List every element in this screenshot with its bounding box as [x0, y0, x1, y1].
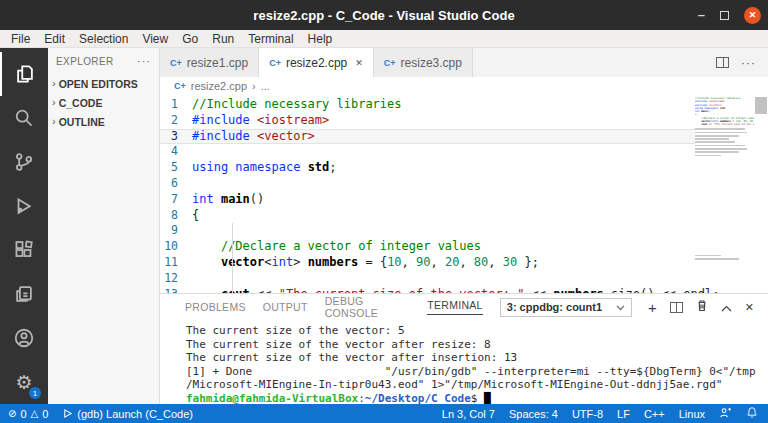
window-title: resize2.cpp - C_Code - Visual Studio Cod…: [253, 8, 514, 23]
terminal-output[interactable]: The current size of the vector: 5The cur…: [160, 318, 768, 404]
split-terminal-icon[interactable]: [670, 302, 683, 313]
status-item-utf-8[interactable]: UTF-8: [572, 408, 603, 420]
settings-gear-icon[interactable]: ⚙ 1: [0, 360, 48, 404]
search-icon[interactable]: [0, 96, 48, 140]
close-panel-icon[interactable]: ✕: [745, 301, 754, 314]
tab-close-icon[interactable]: ✕: [355, 58, 363, 68]
minimize-icon[interactable]: –: [698, 10, 705, 20]
sidebar-more-actions-icon[interactable]: ···: [137, 55, 151, 67]
status-item-spaces-4[interactable]: Spaces: 4: [509, 408, 558, 420]
source-control-icon[interactable]: [0, 140, 48, 184]
terminal-selector-dropdown[interactable]: 3: cppdbg: count1: [500, 298, 632, 317]
menu-item-edit[interactable]: Edit: [37, 32, 72, 46]
code-token: {: [192, 208, 199, 222]
close-icon[interactable]: ✕: [744, 7, 761, 24]
menu-item-file[interactable]: File: [4, 32, 37, 46]
cpp-file-icon: C+: [174, 81, 186, 91]
code-line-9[interactable]: 9: [160, 223, 695, 239]
menu-item-terminal[interactable]: Terminal: [241, 32, 300, 46]
code-token: <vector>: [257, 129, 315, 143]
code-line-11[interactable]: 11 vector<int> numbers = {10, 90, 20, 80…: [160, 255, 695, 271]
problems-indicator[interactable]: ⊘ 0 △ 0: [8, 408, 48, 420]
breadcrumb-rest[interactable]: ...: [261, 80, 270, 92]
line-content: vector<int> numbers = {10, 90, 20, 80, 3…: [192, 255, 539, 271]
code-token: <iostream>: [257, 113, 329, 127]
code-editor[interactable]: 1//Include necessary libraries2#include …: [160, 95, 768, 293]
code-line-12[interactable]: 12: [160, 271, 695, 287]
editor-more-actions-icon[interactable]: ···: [741, 56, 756, 70]
code-token: numbers: [308, 255, 359, 269]
code-line-1[interactable]: 1//Include necessary libraries: [160, 97, 695, 113]
minimap[interactable]: //Include necessary libraries#include <i…: [695, 97, 754, 293]
line-number: 8: [160, 208, 192, 224]
scrollbar-thumb[interactable]: [755, 97, 767, 114]
code-token: ,: [459, 255, 473, 269]
editor-tab-resize3-cpp[interactable]: C+resize3.cpp: [374, 48, 473, 77]
menu-item-help[interactable]: Help: [301, 32, 340, 46]
extensions-icon[interactable]: [0, 228, 48, 272]
editor-scrollbar[interactable]: [754, 95, 768, 293]
line-content: cout << "The current size of the vector:…: [192, 287, 719, 293]
titlebar[interactable]: resize2.cpp - C_Code - Visual Studio Cod…: [0, 0, 768, 30]
notifications-bell-icon[interactable]: [746, 406, 758, 421]
code-token: 80: [474, 255, 488, 269]
window-controls: – ✕: [698, 0, 761, 30]
status-item-lf[interactable]: LF: [617, 408, 630, 420]
kill-terminal-icon[interactable]: [696, 298, 708, 316]
status-item-c++[interactable]: C++: [644, 408, 665, 420]
debug-launch-indicator[interactable]: (gdb) Launch (C_Code): [62, 408, 193, 420]
terminal-token: █: [484, 392, 491, 405]
code-token: [250, 113, 257, 127]
terminal-line: The current size of the vector after ins…: [186, 351, 768, 365]
code-line-13[interactable]: 13 cout << "The current size of the vect…: [160, 287, 695, 293]
menu-item-view[interactable]: View: [135, 32, 175, 46]
explorer-icon[interactable]: [0, 52, 48, 96]
remote-explorer-icon[interactable]: [0, 272, 48, 316]
sidebar-section-outline[interactable]: ›OUTLINE: [48, 112, 159, 131]
status-item-linux[interactable]: Linux: [679, 408, 705, 420]
editor-tab-resize1-cpp[interactable]: C+resize1.cpp: [160, 48, 259, 77]
line-number: 9: [160, 223, 192, 239]
menu-item-go[interactable]: Go: [175, 32, 205, 46]
feedback-icon[interactable]: [719, 407, 732, 421]
code-line-6[interactable]: 6: [160, 176, 695, 192]
code-token: };: [517, 255, 539, 269]
sidebar-section-c-code[interactable]: ›C_CODE: [48, 93, 159, 112]
menu-item-run[interactable]: Run: [205, 32, 241, 46]
status-item-ln-3-col-7[interactable]: Ln 3, Col 7: [442, 408, 495, 420]
editor-actions: ···: [716, 48, 768, 77]
panel-tab-debug-console[interactable]: DEBUG CONSOLE: [325, 295, 411, 319]
line-number: 10: [160, 239, 192, 255]
line-number: 1: [160, 97, 192, 113]
breadcrumb[interactable]: C+ resize2.cpp › ...: [160, 77, 768, 95]
sidebar-section-open-editors[interactable]: ›OPEN EDITORS: [48, 74, 159, 93]
account-icon[interactable]: [0, 316, 48, 360]
code-token: <: [264, 255, 271, 269]
code-line-10[interactable]: 10 //Declare a vector of integer values: [160, 239, 695, 255]
code-line-3[interactable]: 3#include <vector>: [160, 129, 695, 145]
code-line-5[interactable]: 5using namespace std;: [160, 160, 695, 176]
line-content: #include <iostream>: [192, 113, 329, 129]
code-line-2[interactable]: 2#include <iostream>: [160, 113, 695, 129]
terminal-token: $: [471, 392, 484, 405]
editor-tab-resize2-cpp[interactable]: C+resize2.cpp✕: [259, 48, 374, 77]
code-token: = {: [358, 255, 387, 269]
panel-tab-problems[interactable]: PROBLEMS: [185, 301, 246, 313]
terminal-line: The current size of the vector: 5: [186, 324, 768, 338]
maximize-panel-icon[interactable]: [721, 298, 732, 316]
menu-item-selection[interactable]: Selection: [72, 32, 135, 46]
code-line-4[interactable]: 4: [160, 144, 695, 160]
terminal-token: The current size of the vector: 5: [186, 324, 405, 337]
new-terminal-icon[interactable]: +: [648, 299, 657, 316]
code-line-8[interactable]: 8{: [160, 208, 695, 224]
split-editor-icon[interactable]: [716, 57, 729, 68]
maximize-icon[interactable]: [720, 11, 729, 20]
run-and-debug-icon[interactable]: [0, 184, 48, 228]
breadcrumb-file[interactable]: resize2.cpp: [191, 80, 247, 92]
code-token: 90: [416, 255, 430, 269]
code-token: #include: [192, 129, 250, 143]
panel-tab-output[interactable]: OUTPUT: [263, 301, 308, 313]
code-line-7[interactable]: 7int main(): [160, 192, 695, 208]
line-number: 2: [160, 113, 192, 129]
panel-tab-terminal[interactable]: TERMINAL: [427, 299, 483, 315]
